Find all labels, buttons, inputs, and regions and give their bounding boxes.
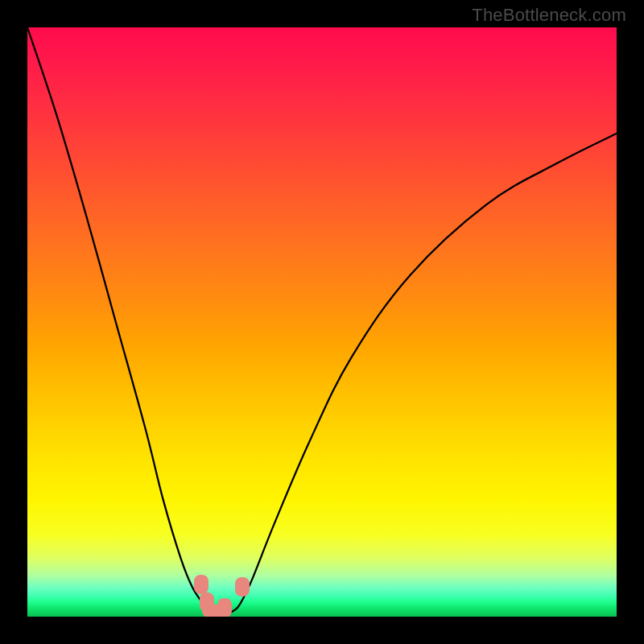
plot-area <box>27 27 617 617</box>
watermark-text: TheBottleneck.com <box>472 5 626 26</box>
bump-left-upper <box>194 575 208 594</box>
bottleneck-curve <box>27 27 617 614</box>
bump-right <box>235 577 250 597</box>
curve-svg <box>27 27 617 617</box>
bump-connector <box>202 605 229 617</box>
chart-frame: TheBottleneck.com <box>0 0 644 644</box>
